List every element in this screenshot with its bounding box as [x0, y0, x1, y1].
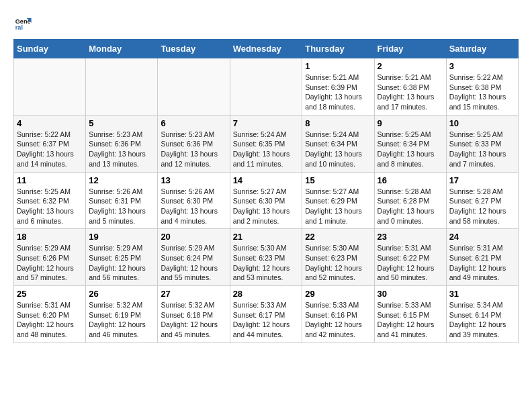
calendar-cell: 6Sunrise: 5:23 AM Sunset: 6:36 PM Daylig… — [158, 115, 230, 172]
day-number: 13 — [161, 175, 226, 185]
day-info: Sunrise: 5:29 AM Sunset: 6:26 PM Dayligh… — [17, 243, 83, 283]
day-number: 15 — [305, 175, 371, 185]
day-info: Sunrise: 5:30 AM Sunset: 6:23 PM Dayligh… — [233, 243, 300, 283]
day-info: Sunrise: 5:28 AM Sunset: 6:27 PM Dayligh… — [449, 187, 515, 226]
day-number: 16 — [378, 175, 443, 185]
calendar-cell: 3Sunrise: 5:22 AM Sunset: 6:38 PM Daylig… — [446, 58, 518, 116]
calendar-cell: 25Sunrise: 5:31 AM Sunset: 6:20 PM Dayli… — [14, 286, 86, 343]
day-info: Sunrise: 5:32 AM Sunset: 6:18 PM Dayligh… — [161, 300, 226, 340]
day-number: 6 — [161, 118, 226, 128]
calendar-cell: 1Sunrise: 5:21 AM Sunset: 6:39 PM Daylig… — [302, 58, 374, 116]
day-info: Sunrise: 5:27 AM Sunset: 6:30 PM Dayligh… — [233, 187, 300, 226]
calendar-cell: 26Sunrise: 5:32 AM Sunset: 6:19 PM Dayli… — [86, 286, 158, 343]
calendar-cell — [158, 58, 230, 116]
calendar-cell: 30Sunrise: 5:33 AM Sunset: 6:15 PM Dayli… — [374, 286, 446, 343]
calendar-cell: 5Sunrise: 5:23 AM Sunset: 6:36 PM Daylig… — [86, 115, 158, 172]
day-number: 1 — [305, 61, 371, 71]
calendar-cell: 29Sunrise: 5:33 AM Sunset: 6:16 PM Dayli… — [302, 286, 374, 343]
day-number: 2 — [378, 61, 443, 71]
calendar-cell: 8Sunrise: 5:24 AM Sunset: 6:34 PM Daylig… — [302, 115, 374, 172]
weekday-header: Friday — [374, 40, 446, 58]
calendar-cell: 18Sunrise: 5:29 AM Sunset: 6:26 PM Dayli… — [14, 229, 86, 286]
calendar: SundayMondayTuesdayWednesdayThursdayFrid… — [13, 39, 519, 343]
day-number: 26 — [89, 289, 154, 299]
logo: Gene ral — [13, 13, 35, 32]
calendar-week-row: 4Sunrise: 5:22 AM Sunset: 6:37 PM Daylig… — [14, 115, 519, 172]
day-info: Sunrise: 5:24 AM Sunset: 6:35 PM Dayligh… — [233, 130, 300, 169]
weekday-header-row: SundayMondayTuesdayWednesdayThursdayFrid… — [14, 40, 519, 58]
day-number: 24 — [449, 232, 515, 242]
calendar-cell: 16Sunrise: 5:28 AM Sunset: 6:28 PM Dayli… — [374, 172, 446, 229]
calendar-cell: 15Sunrise: 5:27 AM Sunset: 6:29 PM Dayli… — [302, 172, 374, 229]
day-number: 7 — [233, 118, 300, 128]
calendar-cell: 23Sunrise: 5:31 AM Sunset: 6:22 PM Dayli… — [374, 229, 446, 286]
day-info: Sunrise: 5:33 AM Sunset: 6:17 PM Dayligh… — [233, 300, 300, 340]
calendar-cell: 21Sunrise: 5:30 AM Sunset: 6:23 PM Dayli… — [230, 229, 302, 286]
day-info: Sunrise: 5:24 AM Sunset: 6:34 PM Dayligh… — [305, 130, 371, 169]
day-info: Sunrise: 5:22 AM Sunset: 6:38 PM Dayligh… — [449, 73, 515, 112]
day-info: Sunrise: 5:25 AM Sunset: 6:32 PM Dayligh… — [17, 187, 83, 226]
weekday-header: Wednesday — [230, 40, 302, 58]
day-info: Sunrise: 5:21 AM Sunset: 6:38 PM Dayligh… — [378, 73, 443, 112]
day-number: 22 — [305, 232, 371, 242]
weekday-header: Monday — [86, 40, 158, 58]
calendar-week-row: 25Sunrise: 5:31 AM Sunset: 6:20 PM Dayli… — [14, 286, 519, 343]
day-number: 27 — [161, 289, 226, 299]
day-info: Sunrise: 5:21 AM Sunset: 6:39 PM Dayligh… — [305, 73, 371, 112]
day-number: 17 — [449, 175, 515, 185]
day-number: 18 — [17, 232, 83, 242]
calendar-cell: 13Sunrise: 5:26 AM Sunset: 6:30 PM Dayli… — [158, 172, 230, 229]
calendar-cell: 9Sunrise: 5:25 AM Sunset: 6:34 PM Daylig… — [374, 115, 446, 172]
day-info: Sunrise: 5:33 AM Sunset: 6:16 PM Dayligh… — [305, 300, 371, 340]
day-number: 20 — [161, 232, 226, 242]
day-info: Sunrise: 5:26 AM Sunset: 6:30 PM Dayligh… — [161, 187, 226, 226]
calendar-cell — [230, 58, 302, 116]
calendar-cell: 19Sunrise: 5:29 AM Sunset: 6:25 PM Dayli… — [86, 229, 158, 286]
logo-icon: Gene ral — [13, 13, 32, 32]
day-number: 25 — [17, 289, 83, 299]
day-info: Sunrise: 5:31 AM Sunset: 6:21 PM Dayligh… — [449, 243, 515, 283]
day-number: 31 — [449, 289, 515, 299]
page-header: Gene ral — [13, 13, 519, 32]
day-number: 5 — [89, 118, 154, 128]
day-number: 11 — [17, 175, 83, 185]
calendar-cell: 11Sunrise: 5:25 AM Sunset: 6:32 PM Dayli… — [14, 172, 86, 229]
day-info: Sunrise: 5:31 AM Sunset: 6:22 PM Dayligh… — [378, 243, 443, 283]
calendar-cell: 17Sunrise: 5:28 AM Sunset: 6:27 PM Dayli… — [446, 172, 518, 229]
calendar-cell: 12Sunrise: 5:26 AM Sunset: 6:31 PM Dayli… — [86, 172, 158, 229]
calendar-week-row: 1Sunrise: 5:21 AM Sunset: 6:39 PM Daylig… — [14, 58, 519, 116]
calendar-cell: 28Sunrise: 5:33 AM Sunset: 6:17 PM Dayli… — [230, 286, 302, 343]
day-number: 30 — [378, 289, 443, 299]
weekday-header: Tuesday — [158, 40, 230, 58]
day-number: 19 — [89, 232, 154, 242]
day-info: Sunrise: 5:33 AM Sunset: 6:15 PM Dayligh… — [378, 300, 443, 340]
calendar-week-row: 11Sunrise: 5:25 AM Sunset: 6:32 PM Dayli… — [14, 172, 519, 229]
day-info: Sunrise: 5:26 AM Sunset: 6:31 PM Dayligh… — [89, 187, 154, 226]
calendar-cell: 7Sunrise: 5:24 AM Sunset: 6:35 PM Daylig… — [230, 115, 302, 172]
day-number: 9 — [378, 118, 443, 128]
svg-text:ral: ral — [15, 24, 23, 31]
day-info: Sunrise: 5:29 AM Sunset: 6:25 PM Dayligh… — [89, 243, 154, 283]
day-number: 4 — [17, 118, 83, 128]
day-info: Sunrise: 5:22 AM Sunset: 6:37 PM Dayligh… — [17, 130, 83, 169]
calendar-cell: 31Sunrise: 5:34 AM Sunset: 6:14 PM Dayli… — [446, 286, 518, 343]
day-number: 10 — [449, 118, 515, 128]
day-number: 3 — [449, 61, 515, 71]
day-info: Sunrise: 5:23 AM Sunset: 6:36 PM Dayligh… — [161, 130, 226, 169]
calendar-cell: 14Sunrise: 5:27 AM Sunset: 6:30 PM Dayli… — [230, 172, 302, 229]
calendar-cell: 4Sunrise: 5:22 AM Sunset: 6:37 PM Daylig… — [14, 115, 86, 172]
calendar-cell: 2Sunrise: 5:21 AM Sunset: 6:38 PM Daylig… — [374, 58, 446, 116]
day-info: Sunrise: 5:23 AM Sunset: 6:36 PM Dayligh… — [89, 130, 154, 169]
day-number: 8 — [305, 118, 371, 128]
day-number: 29 — [305, 289, 371, 299]
calendar-cell — [14, 58, 86, 116]
day-info: Sunrise: 5:25 AM Sunset: 6:33 PM Dayligh… — [449, 130, 515, 169]
day-number: 21 — [233, 232, 300, 242]
weekday-header: Sunday — [14, 40, 86, 58]
day-info: Sunrise: 5:25 AM Sunset: 6:34 PM Dayligh… — [378, 130, 443, 169]
calendar-cell: 22Sunrise: 5:30 AM Sunset: 6:23 PM Dayli… — [302, 229, 374, 286]
weekday-header: Thursday — [302, 40, 374, 58]
day-info: Sunrise: 5:30 AM Sunset: 6:23 PM Dayligh… — [305, 243, 371, 283]
weekday-header: Saturday — [446, 40, 518, 58]
calendar-week-row: 18Sunrise: 5:29 AM Sunset: 6:26 PM Dayli… — [14, 229, 519, 286]
